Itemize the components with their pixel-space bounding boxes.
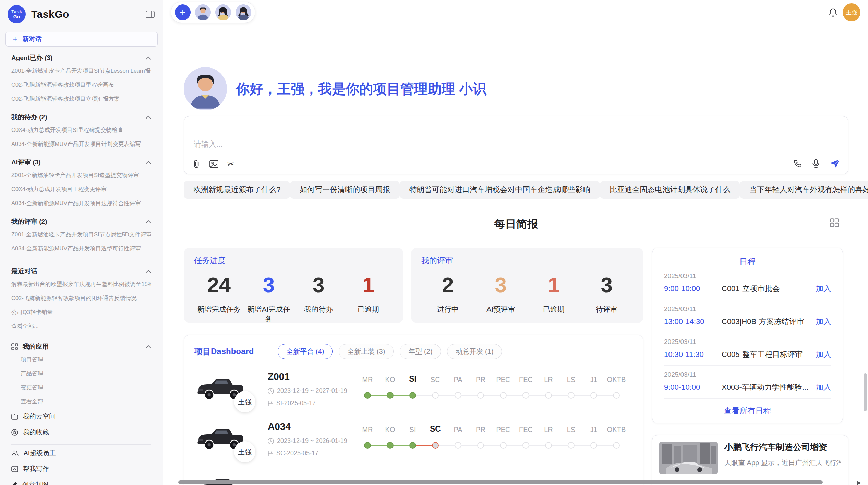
recent-chat-item[interactable]: 解释最新出台的欧盟报废车法规再生塑料比例被调至15%... <box>11 277 151 291</box>
metric-label: 待评审 <box>580 304 634 314</box>
milestone-label: PA <box>454 373 462 384</box>
project-code: Z001 <box>268 371 354 382</box>
greeting-text: 你好，王强，我是你的项目管理助理 小识 <box>236 79 486 98</box>
sidebar-item-cloud-space[interactable]: 我的云空间 <box>11 409 151 424</box>
recent-chat-item[interactable]: 公司Q3轻卡销量 <box>11 305 151 319</box>
metric-label: 新增完成任务 <box>194 304 244 314</box>
recent-chat-view-all[interactable]: 查看全部... <box>11 319 151 333</box>
view-all-schedule-link[interactable]: 查看所有日程 <box>664 406 831 416</box>
recent-chat-item[interactable]: C02-飞腾新能源轻客改款项目的闭环通告反馈情况 <box>11 291 151 305</box>
sidebar-collapse-button[interactable] <box>146 11 155 18</box>
suggestion-chip[interactable]: 比亚迪全固态电池计划具体说了什么 <box>600 181 740 199</box>
sidebar-item-creative-drawing[interactable]: 创意制图 <box>11 477 151 485</box>
task-progress-card: 任务进度 24 新增完成任务 3 新增AI完成任务 3 <box>184 248 403 323</box>
project-row-a034[interactable]: 王强 A034 2023-12-19 ~ 2026-01-19 SC-2025-… <box>194 421 633 459</box>
milestone-label: KO <box>385 373 395 384</box>
join-link[interactable]: 加入 <box>816 284 831 294</box>
app-title: TaskGo <box>31 9 69 20</box>
milestone-dot-pending <box>590 442 597 449</box>
sidebar-item[interactable]: Z001-全新燃油轻卡产品开发项目SI节点属性5D文件评审 <box>11 227 151 241</box>
suggestion-chip[interactable]: 当下年轻人对汽车外观有怎样的喜好趋势 <box>740 181 868 199</box>
sidebar-item-help-me-write[interactable]: 帮我写作 <box>11 461 151 477</box>
milestone-label: J1 <box>590 373 597 384</box>
milestone-label: PR <box>476 373 485 384</box>
attachment-icon[interactable] <box>192 160 201 169</box>
metric-value: 3 <box>580 273 634 297</box>
image-icon[interactable] <box>209 160 218 168</box>
user-avatar-label: 王强 <box>846 9 857 16</box>
section-my-todo[interactable]: 我的待办 (2) <box>11 111 151 123</box>
chat-input-card[interactable]: 请输入... ✂ <box>184 116 848 174</box>
new-chat-button[interactable]: ＋ 新对话 <box>5 32 158 47</box>
news-thumbnail <box>659 442 718 474</box>
suggestion-chip[interactable]: 特朗普可能对进口汽车增税会对中国车企造成哪些影响 <box>400 181 600 199</box>
sidebar-item[interactable]: C0X4-动力总成开发项目SI里程碑提交物检查 <box>11 123 151 137</box>
add-contact-button[interactable]: ＋ <box>175 4 191 20</box>
sidebar-item[interactable]: C02-飞腾新能源轻客改款项目里程碑画布 <box>11 78 151 92</box>
project-owner-badge: 王强 <box>234 391 255 412</box>
sidebar-item[interactable]: C0X4-动力总成开发项目工程变更评审 <box>11 182 151 196</box>
pen-icon <box>11 482 17 485</box>
sidebar-item[interactable]: C02-飞腾新能源轻客改款项目立项汇报方案 <box>11 92 151 106</box>
microphone-icon[interactable] <box>812 159 820 169</box>
app-item-change-mgmt[interactable]: 变更管理 <box>11 381 151 395</box>
briefing-layout-button[interactable] <box>830 218 839 227</box>
sidebar-item[interactable]: Z001-全新燃油轻卡产品开发项目SI造型提交物评审 <box>11 168 151 182</box>
contact-avatar-3[interactable] <box>236 4 251 20</box>
event-time: 9:00-10:00 <box>664 383 722 392</box>
join-link[interactable]: 加入 <box>816 316 831 327</box>
metric-label: 已逾期 <box>343 304 393 314</box>
section-ai-review[interactable]: AI评审 (3) <box>11 157 151 168</box>
horizontal-scrollbar-thumb[interactable] <box>178 480 823 484</box>
suggestion-chip[interactable]: 欧洲新规最近颁布了什么? <box>184 181 290 199</box>
creative-drawing-label: 创意制图 <box>22 480 48 485</box>
join-link[interactable]: 加入 <box>816 382 831 393</box>
milestone-dot-pending <box>590 392 597 399</box>
metric-review-overdue: 1 已逾期 <box>527 273 580 314</box>
milestone-label: MR <box>362 373 373 384</box>
milestone-dot-pending <box>522 442 529 449</box>
sidebar-item[interactable]: Z001-全新燃油皮卡产品开发项目SI节点Lesson Learn报告 <box>11 64 151 78</box>
milestone-dot-pending <box>568 392 575 399</box>
chat-input-placeholder: 请输入... <box>194 139 222 149</box>
plus-icon: ＋ <box>178 6 188 19</box>
event-name: X003-车辆动力学性能验... <box>722 382 816 393</box>
sidebar-item[interactable]: A034-全新新能源MUV产品开发项目计划变更表编写 <box>11 137 151 151</box>
tab-new-body[interactable]: 全新上装 (3) <box>339 344 394 359</box>
scissors-icon[interactable]: ✂ <box>227 160 234 168</box>
user-avatar[interactable]: 王强 <box>843 3 860 21</box>
section-my-review[interactable]: 我的评审 (2) <box>11 216 151 227</box>
sidebar-item-ai-super-staff[interactable]: AI超级员工 <box>11 445 151 461</box>
vertical-scrollbar-thumb[interactable] <box>864 373 867 411</box>
suggestion-chip[interactable]: 如何写一份清晰的项目周报 <box>290 181 400 199</box>
tab-new-platform[interactable]: 全新平台 (4) <box>278 344 333 359</box>
assistant-avatar <box>184 67 227 110</box>
app-item-product-mgmt[interactable]: 产品管理 <box>11 366 151 381</box>
milestone-label: KO <box>385 423 395 434</box>
milestone-label: SC <box>431 373 440 384</box>
app-item-project-mgmt[interactable]: 项目管理 <box>11 352 151 366</box>
news-card[interactable]: 小鹏飞行汽车制造公司增资 天眼查 App 显示，近日广州汇天飞行汽... <box>652 435 848 485</box>
project-row-z001[interactable]: 王强 Z001 2023-12-19 ~ 2027-01-19 SI-2025-… <box>194 371 633 409</box>
milestone-label: FEC <box>519 373 533 384</box>
section-my-apps[interactable]: 我的应用 <box>11 341 151 352</box>
notifications-button[interactable] <box>828 8 838 18</box>
send-icon[interactable] <box>830 159 840 169</box>
horizontal-scrollbar[interactable]: ▶ <box>178 480 868 485</box>
tab-year-model[interactable]: 年型 (2) <box>400 344 441 359</box>
contact-avatar-1[interactable] <box>195 4 211 20</box>
tab-powertrain[interactable]: 动总开发 (1) <box>447 344 502 359</box>
scroll-right-arrow-icon[interactable]: ▶ <box>857 480 861 485</box>
sidebar-item-favorites[interactable]: 我的收藏 <box>11 424 151 440</box>
project-dates: 2023-12-19 ~ 2026-01-19 <box>268 437 354 445</box>
app-item-view-all[interactable]: 查看全部... <box>11 395 151 409</box>
greeting: 你好，王强，我是你的项目管理助理 小识 <box>184 67 486 110</box>
sidebar-item[interactable]: A034-全新新能源MUV产品开发项目法规符合性评审 <box>11 196 151 210</box>
favorites-label: 我的收藏 <box>23 428 49 437</box>
join-link[interactable]: 加入 <box>816 349 831 360</box>
section-recent-chats[interactable]: 最近对话 <box>11 265 151 277</box>
phone-icon[interactable] <box>793 159 802 168</box>
sidebar-item[interactable]: A034-全新新能源MUV产品开发项目造型可行性评审 <box>11 241 151 256</box>
section-agent-done[interactable]: Agent已办 (3) <box>11 52 151 64</box>
contact-avatar-2[interactable] <box>215 4 231 20</box>
